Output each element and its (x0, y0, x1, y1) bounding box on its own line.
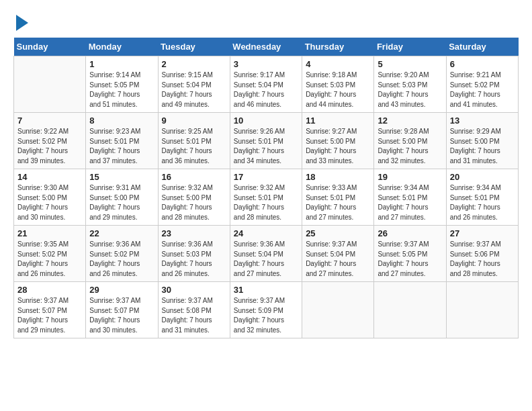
weekday-header: Sunday (14, 38, 86, 56)
day-number: 25 (306, 228, 370, 238)
day-info: Sunrise: 9:36 AMSunset: 5:03 PMDaylight:… (162, 240, 226, 279)
day-number: 12 (378, 116, 442, 126)
day-number: 7 (17, 116, 82, 126)
day-info: Sunrise: 9:23 AMSunset: 5:01 PMDaylight:… (89, 127, 154, 166)
day-number: 22 (89, 228, 154, 238)
day-number: 6 (450, 59, 515, 69)
day-info: Sunrise: 9:36 AMSunset: 5:02 PMDaylight:… (89, 240, 154, 279)
day-info: Sunrise: 9:34 AMSunset: 5:01 PMDaylight:… (378, 183, 442, 222)
day-number: 19 (378, 172, 442, 182)
calendar-week-row: 1Sunrise: 9:14 AMSunset: 5:05 PMDaylight… (14, 56, 519, 113)
day-number: 26 (378, 228, 442, 238)
calendar-cell: 21Sunrise: 9:35 AMSunset: 5:02 PMDayligh… (14, 226, 86, 282)
day-info: Sunrise: 9:37 AMSunset: 5:04 PMDaylight:… (306, 240, 370, 279)
day-number: 1 (89, 59, 154, 69)
calendar-cell: 13Sunrise: 9:29 AMSunset: 5:00 PMDayligh… (446, 113, 518, 169)
day-number: 10 (234, 116, 298, 126)
day-info: Sunrise: 9:31 AMSunset: 5:00 PMDaylight:… (89, 183, 154, 222)
day-info: Sunrise: 9:33 AMSunset: 5:01 PMDaylight:… (306, 183, 370, 222)
day-info: Sunrise: 9:20 AMSunset: 5:03 PMDaylight:… (378, 71, 442, 109)
calendar-cell: 17Sunrise: 9:32 AMSunset: 5:01 PMDayligh… (230, 169, 302, 226)
day-number: 13 (450, 116, 515, 126)
day-info: Sunrise: 9:32 AMSunset: 5:01 PMDaylight:… (234, 183, 298, 222)
weekday-header: Saturday (446, 38, 518, 56)
calendar-week-row: 7Sunrise: 9:22 AMSunset: 5:02 PMDaylight… (14, 113, 519, 169)
day-number: 18 (306, 172, 370, 182)
day-info: Sunrise: 9:36 AMSunset: 5:04 PMDaylight:… (234, 240, 298, 279)
calendar-cell (302, 282, 374, 338)
day-info: Sunrise: 9:37 AMSunset: 5:05 PMDaylight:… (378, 240, 442, 279)
weekday-header: Monday (86, 38, 158, 56)
calendar-cell: 12Sunrise: 9:28 AMSunset: 5:00 PMDayligh… (374, 113, 446, 169)
day-number: 15 (89, 172, 154, 182)
calendar-cell: 18Sunrise: 9:33 AMSunset: 5:01 PMDayligh… (302, 169, 374, 226)
calendar-cell: 26Sunrise: 9:37 AMSunset: 5:05 PMDayligh… (374, 226, 446, 282)
calendar-cell: 1Sunrise: 9:14 AMSunset: 5:05 PMDaylight… (86, 56, 158, 113)
calendar-week-row: 21Sunrise: 9:35 AMSunset: 5:02 PMDayligh… (14, 226, 519, 282)
day-number: 11 (306, 116, 370, 126)
calendar-cell: 19Sunrise: 9:34 AMSunset: 5:01 PMDayligh… (374, 169, 446, 226)
calendar-cell: 27Sunrise: 9:37 AMSunset: 5:06 PMDayligh… (446, 226, 518, 282)
day-info: Sunrise: 9:14 AMSunset: 5:05 PMDaylight:… (89, 71, 154, 109)
day-number: 27 (450, 228, 515, 238)
calendar-cell: 5Sunrise: 9:20 AMSunset: 5:03 PMDaylight… (374, 56, 446, 113)
calendar-cell (446, 282, 518, 338)
calendar-cell: 28Sunrise: 9:37 AMSunset: 5:07 PMDayligh… (14, 282, 86, 338)
calendar-cell: 7Sunrise: 9:22 AMSunset: 5:02 PMDaylight… (14, 113, 86, 169)
day-number: 30 (162, 285, 226, 295)
day-number: 21 (17, 228, 82, 238)
calendar-header-row: SundayMondayTuesdayWednesdayThursdayFrid… (14, 38, 519, 56)
day-info: Sunrise: 9:34 AMSunset: 5:01 PMDaylight:… (450, 183, 515, 222)
day-info: Sunrise: 9:17 AMSunset: 5:04 PMDaylight:… (234, 71, 298, 109)
day-number: 16 (162, 172, 226, 182)
day-info: Sunrise: 9:35 AMSunset: 5:02 PMDaylight:… (17, 240, 82, 279)
calendar-body: 1Sunrise: 9:14 AMSunset: 5:05 PMDaylight… (14, 56, 519, 338)
page-header (13, 13, 519, 31)
day-number: 29 (89, 285, 154, 295)
calendar-cell: 8Sunrise: 9:23 AMSunset: 5:01 PMDaylight… (86, 113, 158, 169)
calendar-cell: 10Sunrise: 9:26 AMSunset: 5:01 PMDayligh… (230, 113, 302, 169)
day-info: Sunrise: 9:26 AMSunset: 5:01 PMDaylight:… (234, 127, 298, 166)
day-number: 8 (89, 116, 154, 126)
calendar-cell: 3Sunrise: 9:17 AMSunset: 5:04 PMDaylight… (230, 56, 302, 113)
day-info: Sunrise: 9:22 AMSunset: 5:02 PMDaylight:… (17, 127, 82, 166)
calendar-cell: 25Sunrise: 9:37 AMSunset: 5:04 PMDayligh… (302, 226, 374, 282)
day-number: 17 (234, 172, 298, 182)
calendar-cell: 11Sunrise: 9:27 AMSunset: 5:00 PMDayligh… (302, 113, 374, 169)
day-info: Sunrise: 9:15 AMSunset: 5:04 PMDaylight:… (162, 71, 226, 109)
calendar-cell: 16Sunrise: 9:32 AMSunset: 5:00 PMDayligh… (158, 169, 230, 226)
day-info: Sunrise: 9:37 AMSunset: 5:07 PMDaylight:… (89, 296, 154, 335)
calendar-cell: 31Sunrise: 9:37 AMSunset: 5:09 PMDayligh… (230, 282, 302, 338)
day-info: Sunrise: 9:37 AMSunset: 5:06 PMDaylight:… (450, 240, 515, 279)
day-number: 20 (450, 172, 515, 182)
weekday-header: Thursday (302, 38, 374, 56)
calendar-week-row: 14Sunrise: 9:30 AMSunset: 5:00 PMDayligh… (14, 169, 519, 226)
day-info: Sunrise: 9:37 AMSunset: 5:08 PMDaylight:… (162, 296, 226, 335)
day-number: 23 (162, 228, 226, 238)
day-info: Sunrise: 9:37 AMSunset: 5:07 PMDaylight:… (17, 296, 82, 335)
day-info: Sunrise: 9:30 AMSunset: 5:00 PMDaylight:… (17, 183, 82, 222)
calendar-cell: 30Sunrise: 9:37 AMSunset: 5:08 PMDayligh… (158, 282, 230, 338)
day-number: 24 (234, 228, 298, 238)
calendar-cell (14, 56, 86, 113)
weekday-header: Wednesday (230, 38, 302, 56)
calendar-cell: 15Sunrise: 9:31 AMSunset: 5:00 PMDayligh… (86, 169, 158, 226)
calendar-week-row: 28Sunrise: 9:37 AMSunset: 5:07 PMDayligh… (14, 282, 519, 338)
calendar-cell: 20Sunrise: 9:34 AMSunset: 5:01 PMDayligh… (446, 169, 518, 226)
weekday-header: Tuesday (158, 38, 230, 56)
calendar-cell: 29Sunrise: 9:37 AMSunset: 5:07 PMDayligh… (86, 282, 158, 338)
day-number: 28 (17, 285, 82, 295)
calendar-table: SundayMondayTuesdayWednesdayThursdayFrid… (13, 38, 519, 338)
logo-arrow-icon (16, 15, 28, 31)
calendar-cell: 22Sunrise: 9:36 AMSunset: 5:02 PMDayligh… (86, 226, 158, 282)
calendar-cell: 9Sunrise: 9:25 AMSunset: 5:01 PMDaylight… (158, 113, 230, 169)
calendar-cell: 4Sunrise: 9:18 AMSunset: 5:03 PMDaylight… (302, 56, 374, 113)
day-info: Sunrise: 9:27 AMSunset: 5:00 PMDaylight:… (306, 127, 370, 166)
day-number: 5 (378, 59, 442, 69)
day-number: 31 (234, 285, 298, 295)
calendar-cell: 23Sunrise: 9:36 AMSunset: 5:03 PMDayligh… (158, 226, 230, 282)
day-info: Sunrise: 9:37 AMSunset: 5:09 PMDaylight:… (234, 296, 298, 335)
calendar-cell: 2Sunrise: 9:15 AMSunset: 5:04 PMDaylight… (158, 56, 230, 113)
weekday-header: Friday (374, 38, 446, 56)
day-info: Sunrise: 9:32 AMSunset: 5:00 PMDaylight:… (162, 183, 226, 222)
